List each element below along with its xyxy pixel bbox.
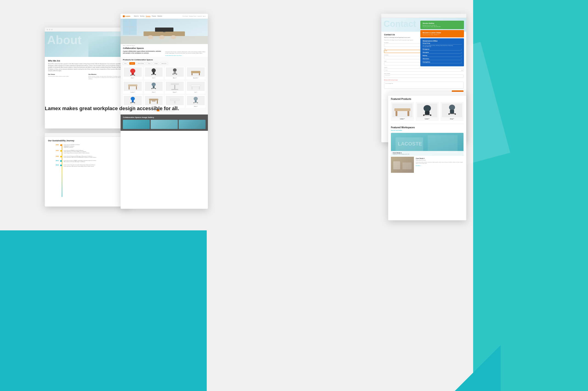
svg-point-24: [172, 74, 173, 75]
svg-rect-63: [425, 111, 430, 114]
read-more-link[interactable]: Read More >: [416, 165, 463, 166]
nav-services[interactable]: Services: [140, 15, 145, 17]
nav-signin[interactable]: Sign in: [203, 16, 206, 17]
dot-2000: [60, 144, 62, 146]
breadcrumb-text: Home > Collaborative Spaces: [123, 45, 135, 46]
svg-rect-75: [428, 135, 457, 154]
product-name-relato1: Relato™: [145, 92, 163, 93]
showroom-city-sz[interactable]: Shenzhen –: [423, 58, 462, 60]
svg-rect-31: [136, 86, 137, 90]
case-study-small: Case Study A Subheading lorem ipsum Lore…: [391, 157, 463, 173]
svg-rect-55: [195, 100, 197, 102]
svg-rect-18: [152, 74, 155, 75]
svg-rect-13: [131, 75, 135, 75]
product-mimeo[interactable]: Mimeo™: [165, 67, 185, 79]
product-name-array-plus: Array Plus™: [187, 77, 205, 79]
filter-desks[interactable]: Desks & Tables: [136, 62, 146, 65]
year-2004: 2004: [48, 150, 61, 154]
filter-accessories[interactable]: Accessories: [160, 62, 168, 65]
showroom-city-bj[interactable]: Beijing –: [423, 55, 462, 57]
showroom-shenzhen: Shenzhen –: [423, 58, 462, 60]
dealer-panel: Become a Lamex Dealer Hong Kong & Rest o…: [420, 30, 464, 37]
product-name-verto1: Verto™: [124, 77, 142, 79]
product-array-plus[interactable]: Array Plus™: [186, 67, 206, 79]
vision-text: To be the preferred office solutions pro…: [48, 76, 86, 77]
case-study-large[interactable]: LACOSTE Case Study A Bringing life to wo…: [391, 133, 463, 156]
nav-about[interactable]: About Us: [134, 15, 139, 17]
svg-point-67: [449, 105, 455, 110]
showroom-city-gz[interactable]: Guangzhou –: [423, 61, 462, 63]
nav-property[interactable]: Property: [152, 15, 156, 17]
svg-rect-34: [152, 88, 155, 89]
view-all-link[interactable]: View All Case Studies: [391, 130, 463, 131]
phone-input[interactable]: XXXXXXXX: [384, 75, 463, 78]
browser-dot-2: [49, 29, 50, 30]
dot-2015: [60, 165, 62, 166]
featured-product-array[interactable]: Array™: [441, 102, 463, 121]
product-icee1[interactable]: Icee™: [186, 81, 206, 94]
svg-point-16: [151, 68, 156, 73]
showroom-shanghai: Shanghai –: [423, 52, 462, 54]
product-verto-black[interactable]: Verto™: [144, 67, 164, 79]
product-relato[interactable]: Relato™: [144, 81, 164, 94]
showroom-city-dg[interactable]: Dongguan –: [423, 48, 462, 50]
svg-point-21: [173, 68, 177, 72]
collab-hero-image: [121, 19, 208, 44]
sustain-browser-bar: [45, 133, 130, 137]
showroom-city-hk: Hong Kong: [423, 42, 462, 45]
filter-seating[interactable]: Seating: [129, 62, 135, 65]
nav-contact[interactable]: Contact Us: [197, 16, 202, 17]
svg-point-20: [155, 74, 156, 75]
product-name-ranger: Ranger™: [166, 92, 184, 93]
vision-col: Our Vision To be the preferred office so…: [48, 74, 86, 80]
product-ranger[interactable]: Ranger™: [165, 81, 185, 94]
svg-rect-29: [128, 85, 137, 86]
collab-body-text: Lorem ipsum dolor sit amet, consectetur …: [165, 51, 206, 54]
showroom-city-sh[interactable]: Shanghai –: [423, 52, 462, 54]
gallery-img-2: [151, 120, 177, 129]
svg-rect-40: [191, 85, 200, 87]
svg-rect-45: [131, 102, 135, 103]
svg-rect-39: [171, 89, 178, 90]
product-grid: Verto™ Verto™ Mimeo™ Array Plus™: [123, 67, 206, 108]
about-headline-text: Lamex makes great workplace design acces…: [45, 105, 179, 111]
phone-row: Phone Number XXXXXXXX: [384, 73, 463, 78]
error-message: Mandatory field missing message: [381, 79, 466, 81]
nav-workplace[interactable]: Workplace Centre: [189, 16, 196, 17]
country-select[interactable]: Select ▾: [384, 68, 463, 72]
nav-links: About Us Services Products Property Mate…: [134, 15, 162, 17]
svg-rect-48: [149, 99, 158, 100]
collab-section-title: Collaborative Spaces: [123, 47, 163, 50]
svg-point-62: [424, 105, 431, 111]
svg-rect-7: [163, 31, 165, 32]
svg-point-11: [130, 69, 135, 73]
svg-point-66: [430, 114, 431, 116]
case-study-link[interactable]: View A Collaborative Space Case Study >: [165, 55, 206, 56]
featured-workspaces-section: Featured Workspaces View All Case Studie…: [391, 124, 463, 173]
svg-rect-50: [157, 100, 158, 104]
product-relato2[interactable]: Relato™: [186, 95, 206, 108]
featured-product-name-array: Array™: [442, 118, 462, 119]
svg-rect-53: [174, 101, 175, 103]
showroom-panel: Showroom & Office Hong Kong 22/F, Prospe…: [420, 38, 464, 66]
filter-forum[interactable]: Forum: [147, 62, 152, 65]
filter-storage[interactable]: Storage: [153, 62, 159, 65]
browser-dot-1: [47, 29, 48, 30]
svg-rect-33: [153, 86, 154, 88]
featured-product-limber[interactable]: Limber™: [391, 102, 414, 121]
product-comforte[interactable]: Comforte™: [123, 81, 143, 94]
svg-point-43: [131, 97, 135, 100]
filter-vision[interactable]: Vision: [123, 62, 128, 65]
year-2015: 2015: [48, 164, 61, 167]
nav-materials[interactable]: Materials: [157, 15, 162, 17]
contact-hero-text: Contact: [384, 19, 416, 29]
showroom-hk: Hong Kong 22/F, Prosperity Millennia Pla…: [423, 42, 462, 47]
year-2011: 2011: [48, 160, 61, 162]
nav-find-dealer[interactable]: Find a Dealer: [183, 16, 188, 17]
message-field[interactable]: Your message here: [384, 82, 463, 89]
product-verto-red[interactable]: Verto™: [123, 67, 143, 79]
nav-products[interactable]: Products: [146, 15, 150, 17]
featured-product-lorem[interactable]: Lorem™: [416, 102, 439, 121]
product-name-comforte: Comforte™: [124, 92, 142, 93]
svg-point-25: [176, 74, 177, 75]
